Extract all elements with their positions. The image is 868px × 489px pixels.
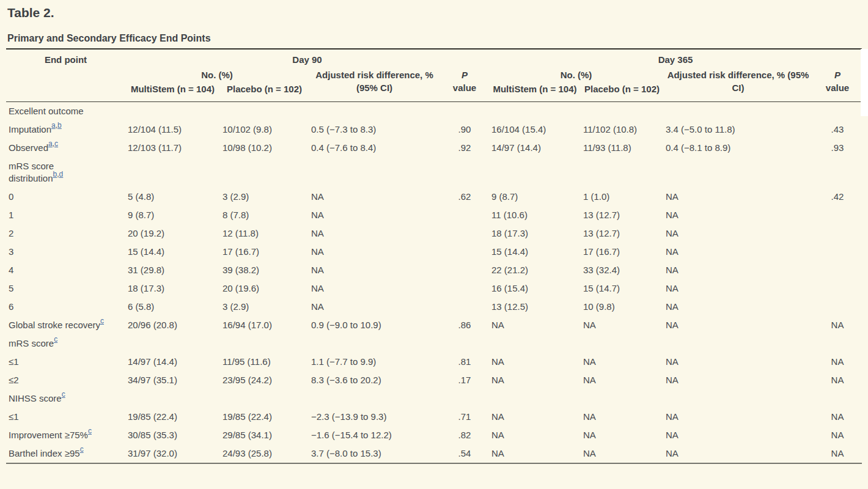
footnote-link-b[interactable]: b xyxy=(53,170,57,178)
row-label: 3 xyxy=(6,243,125,261)
cell-d365-multistem: NA xyxy=(489,353,581,371)
cell-d365-risk-difference xyxy=(663,389,813,408)
cell-d365-placebo: NA xyxy=(581,426,663,444)
col-header-ard-day90: Adjusted risk difference, % (95% CI) xyxy=(309,67,440,102)
cell-d365-multistem: 14/97 (14.4) xyxy=(489,139,581,157)
cell-d365-pvalue: NA xyxy=(813,426,862,444)
footnote-link-c[interactable]: c xyxy=(80,445,84,454)
footnote-marker: c xyxy=(100,317,104,325)
cell-d90-pvalue xyxy=(440,279,489,298)
cell-d365-risk-difference: NA xyxy=(663,224,813,243)
header-row-groups: End point Day 90 Day 365 xyxy=(6,49,862,67)
row-label: Excellent outcome xyxy=(6,102,125,121)
table-row: Improvement ≥75%c30/85 (35.3)29/85 (34.1… xyxy=(6,426,862,444)
footnote-link-c[interactable]: c xyxy=(54,335,57,344)
table-row: 05 (4.8)3 (2.9)NA.629 (8.7)1 (1.0)NA.42 xyxy=(6,188,862,206)
cell-d365-pvalue xyxy=(813,206,862,224)
cell-d90-risk-difference: 0.4 (−7.6 to 8.4) xyxy=(309,139,440,157)
row-label: ≤1 xyxy=(6,353,125,371)
cell-d90-risk-difference xyxy=(309,389,440,408)
cell-d90-pvalue xyxy=(440,157,489,188)
cell-d90-multistem: 14/97 (14.4) xyxy=(125,353,220,371)
cell-d365-risk-difference: NA xyxy=(663,261,813,279)
footnote-marker: c xyxy=(88,427,92,435)
cell-d90-risk-difference: NA xyxy=(309,243,440,261)
cell-d90-multistem: 9 (8.7) xyxy=(125,206,220,224)
cell-d365-pvalue xyxy=(813,298,862,316)
p-value-word: value xyxy=(826,83,849,93)
row-label: 5 xyxy=(6,279,125,298)
footnote-link-c[interactable]: c xyxy=(54,139,58,148)
row-label: 0 xyxy=(6,188,125,206)
footnote-marker: c xyxy=(54,335,57,344)
footnote-link-c[interactable]: c xyxy=(100,317,104,325)
cell-d90-pvalue xyxy=(440,224,489,243)
table-row: NIHSS scorec xyxy=(6,389,862,408)
cell-d365-risk-difference: NA xyxy=(663,353,813,371)
cell-d90-placebo: 24/93 (25.8) xyxy=(220,444,309,463)
table-row: 431 (29.8)39 (38.2)NA22 (21.2)33 (32.4)N… xyxy=(6,261,862,279)
cell-d90-placebo: 17 (16.7) xyxy=(220,243,309,261)
cell-d365-pvalue: NA xyxy=(813,444,862,463)
col-header-placebo-day90: Placebo (n = 102) xyxy=(220,83,309,102)
cell-d90-risk-difference: NA xyxy=(309,224,440,243)
cell-d90-multistem: 20 (19.2) xyxy=(125,224,220,243)
cell-d365-placebo xyxy=(581,334,663,353)
footnote-link-a[interactable]: a xyxy=(51,121,56,130)
table-row: Observeda,c12/103 (11.7)10/98 (10.2)0.4 … xyxy=(6,139,862,157)
cell-d365-placebo: NA xyxy=(581,353,663,371)
p-value-word: value xyxy=(453,83,476,93)
cell-d365-pvalue: NA xyxy=(813,371,862,389)
cell-d90-pvalue: .82 xyxy=(440,426,489,444)
cell-d90-risk-difference: NA xyxy=(309,279,440,298)
cell-d90-placebo: 19/85 (22.4) xyxy=(220,408,309,426)
cell-d90-placebo: 8 (7.8) xyxy=(220,206,309,224)
cell-d365-pvalue xyxy=(813,157,862,188)
row-label: mRS scorec xyxy=(6,334,125,353)
cell-d365-placebo: 17 (16.7) xyxy=(581,243,663,261)
cell-d365-multistem: NA xyxy=(489,408,581,426)
row-label: Observeda,c xyxy=(6,139,125,157)
cell-d90-multistem xyxy=(125,157,220,188)
cell-d90-pvalue xyxy=(440,206,489,224)
cell-d365-risk-difference: NA xyxy=(663,206,813,224)
cell-d365-placebo: NA xyxy=(581,408,663,426)
col-header-placebo-day365: Placebo (n = 102) xyxy=(581,83,663,102)
cell-d365-placebo: 13 (12.7) xyxy=(581,206,663,224)
cell-d365-multistem: NA xyxy=(489,426,581,444)
cell-d365-risk-difference: NA xyxy=(663,444,813,463)
col-group-no-pct-day90: No. (%) xyxy=(125,67,309,83)
table-row: 220 (19.2)12 (11.8)NA18 (17.3)13 (12.7)N… xyxy=(6,224,862,243)
col-header-endpoint: End point xyxy=(6,49,125,102)
table-row: ≤119/85 (22.4)19/85 (22.4)−2.3 (−13.9 to… xyxy=(6,408,862,426)
row-label: Barthel index ≥95c xyxy=(6,444,125,463)
footnote-link-b[interactable]: b xyxy=(57,121,62,130)
cell-d365-pvalue: .43 xyxy=(813,120,862,139)
cell-d90-placebo: 23/95 (24.2) xyxy=(220,371,309,389)
table-row: Imputationa,b12/104 (11.5)10/102 (9.8)0.… xyxy=(6,120,862,139)
cell-d365-risk-difference: NA xyxy=(663,279,813,298)
cell-d365-multistem xyxy=(489,157,581,188)
header-row-subgroups: No. (%) Adjusted risk difference, % (95%… xyxy=(6,67,862,83)
table-row: Excellent outcome xyxy=(6,102,862,121)
footnote-link-a[interactable]: a xyxy=(48,139,53,148)
cell-d90-multistem: 31 (29.8) xyxy=(125,261,220,279)
cell-d365-risk-difference: 3.4 (−5.0 to 11.8) xyxy=(663,120,813,139)
cell-d365-risk-difference: NA xyxy=(663,298,813,316)
cell-d365-risk-difference xyxy=(663,157,813,188)
cell-d365-placebo: 11/102 (10.8) xyxy=(581,120,663,139)
cell-d365-pvalue: NA xyxy=(813,353,862,371)
footnote-link-d[interactable]: d xyxy=(59,170,64,178)
table-row: 315 (14.4)17 (16.7)NA15 (14.4)17 (16.7)N… xyxy=(6,243,862,261)
cell-d90-risk-difference: NA xyxy=(309,298,440,316)
efficacy-endpoints-table: End point Day 90 Day 365 No. (%) Adjuste… xyxy=(6,48,862,464)
cell-d90-pvalue: .62 xyxy=(440,188,489,206)
cell-d365-placebo: NA xyxy=(581,371,663,389)
footnote-link-c[interactable]: c xyxy=(88,427,92,435)
row-label: Improvement ≥75%c xyxy=(6,426,125,444)
table-header: End point Day 90 Day 365 No. (%) Adjuste… xyxy=(6,49,862,102)
footnote-link-c[interactable]: c xyxy=(62,390,65,399)
cell-d365-pvalue xyxy=(813,389,862,408)
cell-d90-placebo: 39 (38.2) xyxy=(220,261,309,279)
cell-d365-pvalue: .93 xyxy=(813,139,862,157)
